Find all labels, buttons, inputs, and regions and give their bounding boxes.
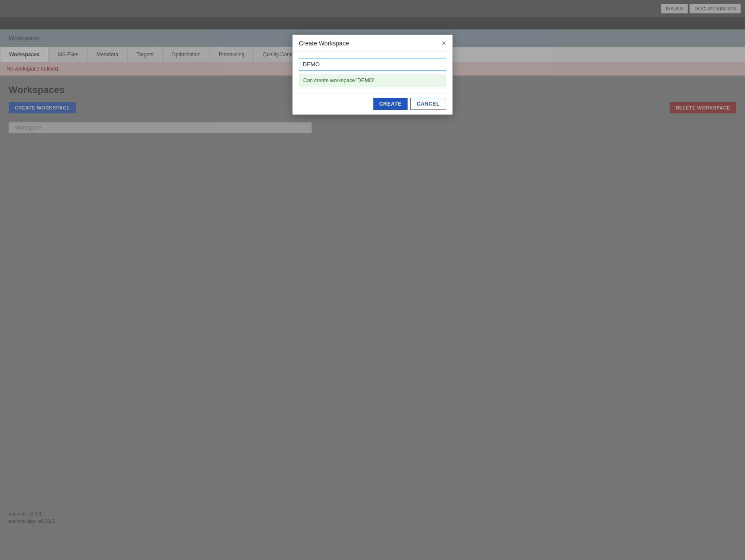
modal-cancel-button[interactable]: CANCEL <box>410 98 446 110</box>
modal-body: Can create workspace 'DEMO' <box>293 52 452 93</box>
modal-create-button[interactable]: CREATE <box>373 98 408 110</box>
create-workspace-modal: Create Workspace × Can create workspace … <box>292 35 453 115</box>
modal-header: Create Workspace × <box>293 35 452 52</box>
modal-hint-text: Can create workspace 'DEMO' <box>303 77 374 84</box>
modal-title: Create Workspace <box>299 40 349 47</box>
workspace-name-input[interactable] <box>299 58 446 71</box>
modal-overlay: Create Workspace × Can create workspace … <box>0 0 745 560</box>
modal-close-button[interactable]: × <box>441 39 446 47</box>
modal-hint: Can create workspace 'DEMO' <box>299 74 446 87</box>
modal-footer: CREATE CANCEL <box>293 93 452 114</box>
